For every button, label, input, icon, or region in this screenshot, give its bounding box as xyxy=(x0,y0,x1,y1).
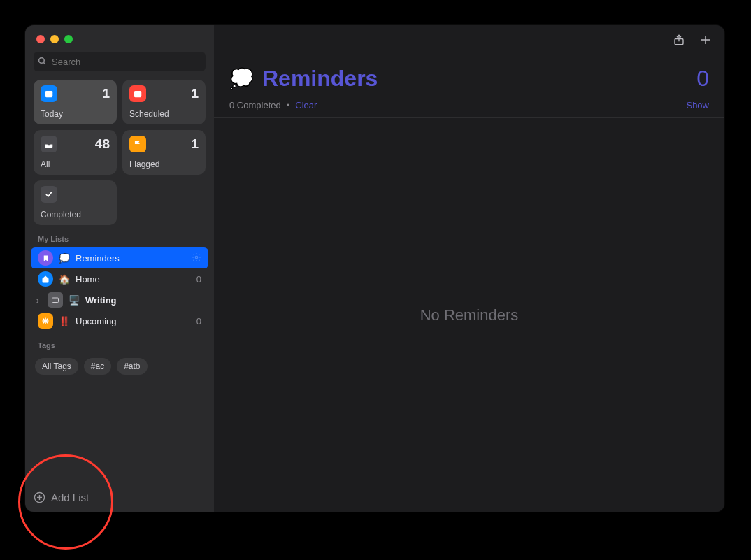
svg-rect-4 xyxy=(134,91,142,97)
search-input[interactable] xyxy=(34,52,206,71)
list-emoji: ‼️ xyxy=(59,316,70,326)
checkmark-icon xyxy=(41,186,57,203)
asterisk-icon xyxy=(38,313,53,329)
smart-flagged-label: Flagged xyxy=(129,159,199,169)
list-home[interactable]: 🏠 Home 0 xyxy=(31,268,208,289)
svg-rect-7 xyxy=(139,93,141,94)
flag-icon xyxy=(129,136,146,152)
calendar-today-icon xyxy=(41,85,57,102)
list-header-emoji: 💭 xyxy=(229,67,254,90)
folder-icon xyxy=(48,292,63,308)
smart-scheduled-label: Scheduled xyxy=(129,109,199,119)
list-total-count: 0 xyxy=(696,66,709,92)
share-icon[interactable] xyxy=(673,33,685,50)
search-wrap xyxy=(25,43,214,71)
smart-scheduled[interactable]: 1 Scheduled xyxy=(122,80,206,124)
list-writing[interactable]: › 🖥️ Writing xyxy=(31,289,208,310)
section-tags: Tags xyxy=(25,331,214,354)
window-controls xyxy=(25,25,214,43)
main-pane: 💭 Reminders 0 0 Completed • Clear Show N… xyxy=(214,25,724,512)
list-header: 💭 Reminders 0 xyxy=(214,57,724,96)
list-subheader: 0 Completed • Clear Show xyxy=(214,96,724,117)
smart-completed-label: Completed xyxy=(41,210,110,220)
chevron-right-icon[interactable]: › xyxy=(34,295,42,306)
toolbar xyxy=(214,25,724,57)
app-window: 1 Today 1 Scheduled 48 xyxy=(25,25,724,512)
clear-button[interactable]: Clear xyxy=(295,100,317,110)
my-lists: 💭 Reminders 🏠 Home 0 › 🖥️ xyxy=(25,247,214,331)
svg-point-8 xyxy=(195,256,198,259)
completed-count: 0 Completed xyxy=(229,100,281,110)
plus-icon[interactable] xyxy=(699,34,712,49)
list-title: Reminders xyxy=(262,66,378,92)
list-count: 0 xyxy=(196,274,201,285)
list-count: 0 xyxy=(196,316,201,326)
calendar-icon xyxy=(129,85,146,102)
house-icon xyxy=(38,271,53,287)
smart-today-label: Today xyxy=(41,109,110,119)
svg-rect-3 xyxy=(45,91,53,93)
smart-today-count: 1 xyxy=(102,86,110,101)
tags-row: All Tags #ac #atb xyxy=(25,354,214,379)
empty-state: No Reminders xyxy=(214,118,724,512)
bookmark-icon xyxy=(38,250,53,266)
svg-rect-6 xyxy=(137,93,138,94)
smart-all-label: All xyxy=(41,159,110,169)
tray-icon xyxy=(41,136,57,152)
close-window-button[interactable] xyxy=(36,35,45,43)
list-upcoming[interactable]: ‼️ Upcoming 0 xyxy=(31,310,208,331)
smart-scheduled-count: 1 xyxy=(191,86,199,101)
smart-today[interactable]: 1 Today xyxy=(34,80,117,124)
sidebar: 1 Today 1 Scheduled 48 xyxy=(25,25,214,512)
list-emoji: 🖥️ xyxy=(69,295,80,306)
svg-rect-5 xyxy=(136,93,137,94)
add-list-label: Add List xyxy=(51,491,89,503)
smart-lists: 1 Today 1 Scheduled 48 xyxy=(25,71,214,225)
list-label: Reminders xyxy=(76,253,120,264)
list-label: Home xyxy=(76,274,100,285)
show-button[interactable]: Show xyxy=(686,100,709,110)
plus-circle-icon xyxy=(34,491,45,503)
list-emoji: 🏠 xyxy=(59,274,70,285)
tag-item[interactable]: #ac xyxy=(84,358,111,375)
tag-item[interactable]: #atb xyxy=(117,358,147,375)
svg-rect-9 xyxy=(52,298,59,303)
smart-completed[interactable]: Completed xyxy=(34,180,117,225)
list-label: Upcoming xyxy=(76,316,117,326)
smart-flagged[interactable]: 1 Flagged xyxy=(122,130,206,175)
list-reminders[interactable]: 💭 Reminders xyxy=(31,247,208,268)
add-list-button[interactable]: Add List xyxy=(34,491,89,503)
fullscreen-window-button[interactable] xyxy=(64,35,73,43)
list-emoji: 💭 xyxy=(59,253,70,264)
smart-flagged-count: 1 xyxy=(191,136,199,152)
gear-icon[interactable] xyxy=(192,252,201,264)
list-label: Writing xyxy=(85,295,117,306)
smart-all-count: 48 xyxy=(95,136,110,152)
separator-dot: • xyxy=(287,100,290,110)
minimize-window-button[interactable] xyxy=(50,35,59,43)
smart-all[interactable]: 48 All xyxy=(34,130,117,175)
section-mylists: My Lists xyxy=(25,225,214,247)
tag-all[interactable]: All Tags xyxy=(35,358,78,375)
